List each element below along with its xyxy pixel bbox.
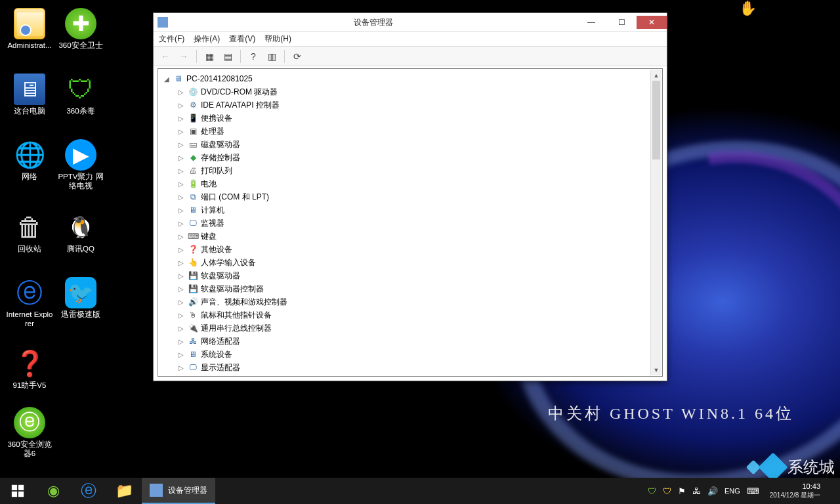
tree-node[interactable]: ▷🖱鼠标和其他指针设备 [159, 308, 650, 322]
vertical-scrollbar[interactable]: ▲ ▼ [650, 70, 662, 375]
menu-查看[interactable]: 查看(V) [229, 33, 255, 45]
tray-volume-icon[interactable]: 🔊 [707, 486, 718, 496]
toolbar-scan-button[interactable]: ⟳ [289, 49, 305, 64]
tray-360-icon[interactable]: 🛡 [648, 486, 656, 496]
scroll-up-icon[interactable]: ▲ [651, 70, 662, 81]
close-button[interactable]: ✕ [637, 16, 667, 29]
titlebar[interactable]: 设备管理器 — ☐ ✕ [154, 13, 667, 32]
expand-icon[interactable]: ▷ [177, 233, 185, 240]
desktop-icon-tencent-qq[interactable]: 🐧腾讯QQ [56, 211, 105, 253]
toolbar-show-hidden-button[interactable]: ▦ [201, 49, 217, 64]
tree-node[interactable]: ▷⚙IDE ATA/ATAPI 控制器 [159, 98, 650, 112]
desktop-icon-pptv[interactable]: ▶PPTV聚力 网络电视 [56, 139, 105, 191]
tray-ime-icon[interactable]: ⌨ [747, 486, 759, 496]
expand-icon[interactable]: ▷ [177, 351, 185, 358]
tree-node[interactable]: ▷⧉端口 (COM 和 LPT) [159, 190, 650, 203]
tray-shield-icon[interactable]: 🛡 [663, 486, 671, 496]
menu-文件[interactable]: 文件(F) [159, 33, 184, 45]
expand-icon[interactable]: ▷ [177, 259, 185, 266]
start-button[interactable] [0, 478, 35, 504]
tree-node[interactable]: ▷🖨打印队列 [159, 164, 650, 177]
expand-icon[interactable]: ▷ [177, 246, 185, 253]
tree-node[interactable]: ▷💾软盘驱动器 [159, 269, 650, 282]
expand-icon[interactable]: ▷ [177, 194, 185, 201]
toolbar-forward-button: → [176, 49, 192, 64]
port-icon: ⧉ [188, 192, 198, 202]
desktop-icon-this-pc[interactable]: 🖥这台电脑 [5, 74, 54, 116]
node-label: 键盘 [201, 231, 217, 242]
tree-node[interactable]: ▷🔌通用串行总线控制器 [159, 322, 650, 335]
tree-node[interactable]: ▷⌨键盘 [159, 230, 650, 243]
tree-node[interactable]: ▷🖵显示适配器 [159, 361, 650, 374]
expand-icon[interactable]: ▷ [177, 207, 185, 214]
menu-操作[interactable]: 操作(A) [194, 33, 220, 45]
toolbar-help-button[interactable]: ? [245, 49, 261, 64]
tree-node[interactable]: ▷🖴磁盘驱动器 [159, 138, 650, 151]
tray-clock[interactable]: 10:43 2014/12/8 星期一 [766, 482, 824, 499]
device-tree[interactable]: ◢🖥PC-201412081025▷💿DVD/CD-ROM 驱动器▷⚙IDE A… [159, 70, 650, 375]
printer-icon: 🖨 [188, 165, 198, 176]
expand-icon[interactable]: ▷ [177, 285, 185, 293]
expand-icon[interactable]: ▷ [177, 128, 185, 135]
desktop-icon-administrators[interactable]: Administrat... [5, 8, 54, 50]
collapse-icon[interactable]: ◢ [163, 75, 171, 83]
taskbar-pin-360[interactable]: ◉ [35, 478, 71, 504]
desktop-icon-recycle-bin[interactable]: 🗑回收站 [5, 211, 54, 253]
toolbar-refresh-button[interactable]: ▥ [264, 49, 280, 64]
expand-icon[interactable]: ▷ [177, 220, 185, 227]
tree-node[interactable]: ▷📱便携设备 [159, 112, 650, 125]
expand-icon[interactable]: ▷ [177, 102, 185, 109]
tree-node[interactable]: ▷🖥计算机 [159, 203, 650, 217]
desktop-icon-internet-explorer[interactable]: ⓔInternet Explorer [5, 277, 54, 329]
expand-icon[interactable]: ▷ [177, 115, 185, 122]
tree-node[interactable]: ▷❓其他设备 [159, 243, 650, 256]
expand-icon[interactable]: ▷ [177, 338, 185, 345]
expand-icon[interactable]: ▷ [177, 364, 185, 371]
scroll-down-icon[interactable]: ▼ [651, 364, 662, 375]
expand-icon[interactable]: ▷ [177, 141, 185, 148]
tray-network-icon[interactable]: 🖧 [692, 486, 701, 496]
expand-icon[interactable]: ▷ [177, 325, 185, 332]
tree-root[interactable]: ◢🖥PC-201412081025 [159, 72, 650, 85]
task-device-manager[interactable]: 设备管理器 [142, 478, 215, 504]
node-label: 人体学输入设备 [201, 257, 256, 268]
tree-node[interactable]: ▷🔋电池 [159, 177, 650, 190]
minimize-button[interactable]: — [576, 16, 606, 29]
expand-icon[interactable]: ▷ [177, 299, 185, 306]
taskbar-pin-ie[interactable]: ⓔ [71, 478, 106, 504]
expand-icon[interactable]: ▷ [177, 167, 185, 175]
desktop-icon-xunlei[interactable]: 🐦迅雷极速版 [56, 277, 105, 319]
desktop-icon-91-helper[interactable]: ❓91助手V5 [5, 348, 54, 390]
tree-node[interactable]: ▷🔊声音、视频和游戏控制器 [159, 295, 650, 308]
tray-language[interactable]: ENG [724, 487, 740, 495]
window-title: 设备管理器 [171, 17, 576, 28]
desktop-icon-360-browser[interactable]: ⓔ360安全浏览器6 [5, 407, 54, 459]
tray-flag-icon[interactable]: ⚑ [678, 486, 686, 496]
expand-icon[interactable]: ▷ [177, 312, 185, 319]
desktop-icon-360-antivirus[interactable]: 🛡360杀毒 [56, 74, 105, 116]
tree-node[interactable]: ▷▣处理器 [159, 125, 650, 138]
menu-帮助[interactable]: 帮助(H) [264, 33, 291, 45]
desktop-icon-360-safety[interactable]: ✚360安全卫士 [56, 8, 105, 50]
expand-icon[interactable]: ▷ [177, 180, 185, 188]
node-label: 处理器 [201, 126, 224, 137]
tree-node[interactable]: ▷🖥系统设备 [159, 348, 650, 361]
node-label: 网络适配器 [201, 336, 240, 347]
tree-node[interactable]: ▷🖧网络适配器 [159, 335, 650, 348]
toolbar-prop-button[interactable]: ▤ [220, 49, 236, 64]
tree-node[interactable]: ▷👆人体学输入设备 [159, 256, 650, 269]
expand-icon[interactable]: ▷ [177, 154, 185, 161]
node-label: 打印队列 [201, 165, 232, 177]
expand-icon[interactable]: ▷ [177, 272, 185, 280]
tree-node[interactable]: ▷💿DVD/CD-ROM 驱动器 [159, 85, 650, 98]
taskbar-pin-explorer[interactable]: 📁 [106, 478, 142, 504]
tree-node[interactable]: ▷💾软盘驱动器控制器 [159, 282, 650, 295]
tree-node[interactable]: ▷🖵监视器 [159, 217, 650, 230]
scroll-thumb[interactable] [652, 81, 660, 159]
expand-icon[interactable]: ▷ [177, 89, 185, 96]
tree-node[interactable]: ▷◆存储控制器 [159, 151, 650, 164]
node-label: 磁盘驱动器 [201, 139, 240, 150]
maximize-button[interactable]: ☐ [606, 16, 637, 29]
desktop-icon-network[interactable]: 🌐网络 [5, 139, 54, 181]
node-label: 电池 [201, 178, 217, 190]
